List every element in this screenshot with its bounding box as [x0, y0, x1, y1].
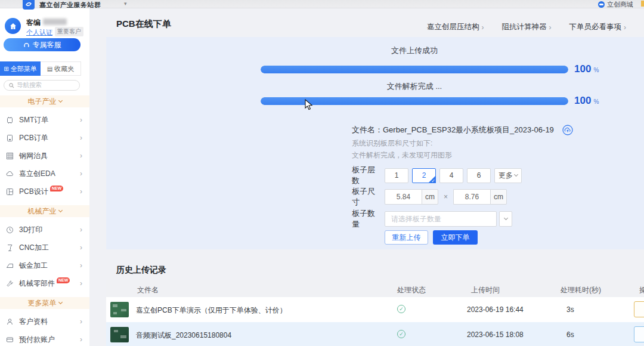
quantity-select[interactable]: [385, 211, 497, 227]
layer-option-4[interactable]: 4: [439, 168, 463, 183]
printer-3d-icon: [6, 226, 14, 234]
layer-option-6[interactable]: 6: [467, 168, 491, 183]
sidebar-item-jlc-eda[interactable]: 嘉立创EDA ›: [0, 165, 89, 183]
chevron-right-icon: ›: [80, 169, 82, 178]
quantity-dropdown-button[interactable]: [499, 211, 512, 227]
link-order-notes[interactable]: 下单员必看事项›: [569, 22, 627, 32]
layer-option-more[interactable]: 更多: [494, 168, 522, 183]
upload-status-text: 文件上传成功: [261, 45, 568, 56]
headset-icon: [23, 42, 30, 48]
file-name: 音频测试板_20230615180804: [136, 330, 231, 341]
upload-panel: 文件上传成功 100 % 文件解析完成 ... 100 % 文件名： Gerbe…: [106, 37, 644, 249]
size-height-input[interactable]: [453, 189, 490, 205]
link-layer-stackup[interactable]: 嘉立创层压结构›: [427, 22, 484, 32]
chevron-right-icon: ›: [80, 187, 82, 196]
duration: 6s: [566, 330, 574, 339]
col-status: 处理状态: [397, 285, 426, 295]
stencil-grid-icon: [6, 152, 14, 160]
grid-icon: ⊞: [4, 66, 8, 72]
size-width-input[interactable]: [385, 189, 422, 205]
sidebar-item-3d-print[interactable]: 3D打印 ›: [0, 221, 89, 239]
group-header-mechanical[interactable]: 机械产业: [0, 205, 89, 217]
link-impedance-calculator[interactable]: 阻抗计算神器›: [502, 22, 552, 32]
sidebar-item-prepaid-account[interactable]: 预付款账户 ›: [0, 330, 89, 346]
sidebar-item-smt-order[interactable]: SMT订单 ›: [0, 111, 89, 129]
customer-code-label: 客编: [26, 18, 41, 28]
chevron-right-icon: ›: [80, 225, 82, 234]
parse-note: 文件解析完成，未发现可用图形: [352, 150, 452, 160]
chip-icon: [6, 116, 14, 124]
tab-favorites[interactable]: ▤ 收藏夹: [41, 61, 81, 76]
pcb-order-page: 嘉立创产业服务站群 ▾ 立创商城 客编 个人认证 重要客户 专属客服 ⊞ 全部菜…: [0, 0, 644, 346]
mouse-cursor: [305, 99, 313, 111]
top-bar: 嘉立创产业服务站群 ▾ 立创商城: [0, 0, 644, 8]
upload-progress-bar: [261, 66, 568, 73]
tab-all-menus[interactable]: ⊞ 全部菜单: [0, 61, 41, 76]
cloud-upload-icon[interactable]: [562, 125, 573, 135]
item-label: SMT订单: [19, 115, 48, 125]
pcb-thumbnail: [110, 327, 129, 342]
home-glyph: [9, 22, 17, 30]
chevron-down-icon: [58, 299, 62, 304]
layer-option-label: 4: [450, 171, 454, 180]
brand-caret-icon[interactable]: ▾: [124, 1, 127, 7]
sidebar-item-sheet-metal[interactable]: 钣金加工 ›: [0, 257, 89, 274]
sidebar-item-pcb-design[interactable]: PCB设计 NEW ›: [0, 183, 89, 200]
size-height-group: cm: [453, 189, 507, 205]
sidebar-item-stencil[interactable]: 钢网治具 ›: [0, 147, 89, 165]
chevron-right-icon: ›: [624, 23, 626, 32]
layer-option-1[interactable]: 1: [385, 168, 408, 183]
nav-search-placeholder: 导航搜索: [17, 81, 42, 89]
layers-row: 板子层数 1 2✓ 4 6 更多: [352, 165, 525, 186]
jlc-logo-icon[interactable]: [23, 0, 35, 10]
nav-search-input[interactable]: 导航搜索: [4, 80, 80, 91]
file-name-line: 文件名： Gerber_PCB_ESP32最小系统板项目_2023-06-19: [352, 125, 573, 135]
sidebar-item-customer-info[interactable]: 客户资料 ›: [0, 313, 89, 330]
history-row-1[interactable]: 嘉立创PCB下单演示（仅用于下单体验、计价） ✓ 2023-06-19 16:4…: [106, 297, 644, 322]
mall-icon: [598, 1, 605, 8]
pcb-thumbnail: [110, 302, 129, 317]
chevron-down-icon: [58, 98, 62, 102]
lcsc-mall-link[interactable]: 立创商城: [598, 0, 633, 9]
sidebar-item-pcb-order[interactable]: PCB订单 ›: [0, 129, 89, 147]
chevron-down-icon: [58, 208, 62, 212]
item-label: 机械零部件: [19, 279, 55, 289]
sidebar: 客编 个人认证 重要客户 专属客服 ⊞ 全部菜单 ▤ 收藏夹 导航搜索: [0, 8, 89, 346]
item-label: 3D打印: [19, 225, 42, 235]
percent-unit: %: [593, 98, 599, 105]
home-icon[interactable]: [5, 18, 21, 34]
upload-progress-percent: 100 %: [574, 63, 616, 75]
history-row-2[interactable]: 音频测试板_20230615180804 ✓ 2023-06-15 18:08 …: [106, 322, 644, 346]
layer-option-2-selected[interactable]: 2✓: [412, 168, 436, 183]
reupload-button[interactable]: 重新上传: [385, 230, 428, 245]
personal-verify-link[interactable]: 个人认证: [26, 28, 52, 37]
link-label: 下单员必看事项: [569, 22, 622, 32]
wrench-icon: [6, 280, 14, 288]
group-header-more[interactable]: 更多菜单: [0, 297, 89, 309]
chevron-right-icon: ›: [80, 152, 82, 160]
size-row: 板子尺寸 cm × cm: [352, 186, 507, 208]
chevron-right-icon: ›: [482, 23, 484, 32]
new-badge: NEW: [50, 186, 63, 191]
size-width-unit: cm: [422, 189, 438, 205]
nav-group-mechanical: 机械产业 3D打印 › CNC加工 › 钣金加工: [0, 205, 89, 292]
chevron-down-icon: [514, 172, 518, 176]
logo-glyph: [25, 1, 32, 8]
group-header-electronics[interactable]: 电子产业: [0, 95, 89, 107]
col-filename: 文件名: [137, 285, 159, 295]
sidebar-item-mech-parts[interactable]: 机械零部件 NEW ›: [0, 274, 89, 292]
site-group-title[interactable]: 嘉立创产业服务站群: [39, 1, 101, 10]
sidebar-item-cnc[interactable]: CNC加工 ›: [0, 239, 89, 257]
order-now-button[interactable]: 立即下单: [433, 230, 478, 245]
row-action-button[interactable]: [634, 326, 644, 342]
header-links: 嘉立创层压结构› 阻抗计算神器› 下单员必看事项›: [427, 22, 626, 32]
history-title: 历史上传记录: [116, 265, 166, 276]
chevron-right-icon: ›: [80, 317, 82, 326]
row-action-button[interactable]: [634, 301, 644, 317]
card-icon: [6, 336, 14, 344]
item-label: 预付款账户: [19, 335, 55, 345]
item-label: PCB设计: [19, 187, 48, 197]
item-label: 钢网治具: [19, 151, 48, 161]
chevron-right-icon: ›: [549, 23, 552, 32]
dedicated-service-button[interactable]: 专属客服: [4, 38, 80, 51]
